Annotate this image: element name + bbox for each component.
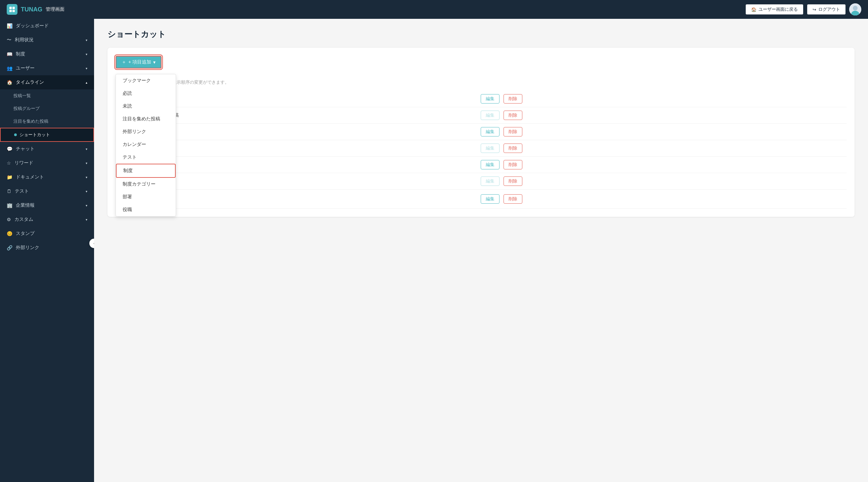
sidebar-item-users[interactable]: 👥 ユーザー ▾ <box>0 61 94 75</box>
add-dropdown-container: ＋ + 項目追加 ▾ ブックマーク 必読 未読 注目を集めた投稿 外部リンク カ… <box>116 56 162 74</box>
edit-button[interactable]: 編集 <box>481 144 499 153</box>
logo-admin-text: 管理画面 <box>46 6 64 12</box>
delete-button[interactable]: 削除 <box>503 194 522 204</box>
logout-label: ログアウト <box>818 6 840 12</box>
svg-point-5 <box>853 6 858 10</box>
dropdown-item-external-link[interactable]: 外部リンク <box>116 125 176 138</box>
dropdown-item-yakushoku[interactable]: 役職 <box>116 203 176 216</box>
add-btn-label: + 項目追加 <box>128 59 151 65</box>
delete-button[interactable]: 削除 <box>503 111 522 120</box>
chevron-down-icon: ▾ <box>86 161 87 165</box>
sidebar-item-stamp[interactable]: 😊 スタンプ <box>0 227 94 241</box>
folder-icon: 📁 <box>7 175 12 180</box>
svg-rect-0 <box>9 7 12 9</box>
sidebar-sub-post-groups[interactable]: 投稿グループ <box>0 102 94 115</box>
logout-button[interactable]: ↪ ログアウト <box>807 4 846 15</box>
active-dot <box>14 133 17 136</box>
home-icon: 🏠 <box>7 80 12 85</box>
row-name: 未読 <box>141 96 473 102</box>
sidebar-item-dashboard[interactable]: 📊 ダッシュボード <box>0 19 94 33</box>
dropdown-item-calendar[interactable]: カレンダー <box>116 138 176 151</box>
sidebar-sub-label: 投稿グループ <box>13 106 40 112</box>
avatar[interactable] <box>849 3 861 16</box>
sidebar-item-label: 利用状況 <box>15 37 34 43</box>
sidebar-sub-posts[interactable]: 投稿一覧 <box>0 89 94 102</box>
edit-button[interactable]: 編集 <box>481 160 499 170</box>
add-dropdown-menu: ブックマーク 必読 未読 注目を集めた投稿 外部リンク カレンダー テスト 制度… <box>116 74 176 216</box>
sidebar-item-custom[interactable]: ⚙ カスタム ▾ <box>0 212 94 227</box>
logout-icon: ↪ <box>813 7 816 12</box>
sidebar-item-system[interactable]: 📖 制度 ▾ <box>0 47 94 61</box>
delete-button[interactable]: 削除 <box>503 94 522 103</box>
sidebar-item-test[interactable]: 🗒 テスト ▾ <box>0 184 94 198</box>
home-icon: 🏠 <box>751 7 756 12</box>
sidebar-item-label: チャット <box>16 146 35 152</box>
header-actions: 🏠 ユーザー画面に戻る ↪ ログアウト <box>745 3 861 16</box>
user-screen-button[interactable]: 🏠 ユーザー画面に戻る <box>745 4 804 15</box>
delete-button[interactable]: 削除 <box>503 177 522 186</box>
svg-rect-3 <box>12 10 15 12</box>
delete-button[interactable]: 削除 <box>503 144 522 153</box>
sidebar-item-timeline[interactable]: 🏠 タイムライン ▴ <box>0 75 94 89</box>
content-card: ＋ + 項目追加 ▾ ブックマーク 必読 未読 注目を集めた投稿 外部リンク カ… <box>107 48 855 217</box>
dropdown-item-required[interactable]: 必読 <box>116 87 176 100</box>
dropdown-item-unread[interactable]: 未読 <box>116 100 176 113</box>
dropdown-item-busho[interactable]: 部署 <box>116 190 176 203</box>
sidebar-item-company[interactable]: 🏢 企業情報 ▾ <box>0 198 94 212</box>
dropdown-item-featured[interactable]: 注目を集めた投稿 <box>116 113 176 125</box>
sidebar-item-label: ダッシュボード <box>16 23 49 29</box>
dropdown-item-seido-cat[interactable]: 制度カテゴリー <box>116 178 176 190</box>
table-row: ⋮⋮ <box>116 189 846 209</box>
hint-text: ドラッグ＆ドロップで項目の表示順序の変更ができます。 <box>116 79 846 85</box>
dropdown-item-test[interactable]: テスト <box>116 151 176 164</box>
dashboard-icon: 📊 <box>7 23 12 29</box>
sidebar-item-label: カスタム <box>14 216 33 222</box>
users-icon: 👥 <box>7 65 12 71</box>
dropdown-arrow-icon: ▾ <box>153 60 156 65</box>
sidebar-item-reward[interactable]: ☆ リワード ▾ <box>0 156 94 170</box>
sidebar-item-chat[interactable]: 💬 チャット ▾ <box>0 142 94 156</box>
edit-button[interactable]: 編集 <box>481 111 499 120</box>
sidebar-item-document[interactable]: 📁 ドキュメント ▾ <box>0 170 94 184</box>
logo-icon <box>7 4 18 15</box>
sidebar-sub-label: ショートカット <box>20 132 50 138</box>
gear-icon: ⚙ <box>7 217 11 222</box>
sidebar-item-label: ドキュメント <box>16 174 44 180</box>
dropdown-item-seido[interactable]: 制度 <box>116 164 176 178</box>
sidebar-item-label: ユーザー <box>16 65 35 71</box>
chat-icon: 💬 <box>7 146 12 152</box>
sidebar-item-label: タイムライン <box>16 79 44 85</box>
edit-button[interactable]: 編集 <box>481 177 499 186</box>
table-row: ⋮⋮ 部署 編集 削除 <box>116 173 846 189</box>
delete-button[interactable]: 削除 <box>503 160 522 170</box>
table-row: ⋮⋮ 未読 編集 削除 <box>116 91 846 107</box>
edit-button[interactable]: 編集 <box>481 194 499 204</box>
table-row: ⋮⋮ カレンダー 編集 削除 <box>116 124 846 140</box>
sidebar-sub-shortcut[interactable]: ショートカット <box>0 128 94 142</box>
chevron-down-icon: ▾ <box>86 66 87 70</box>
table-row: ⋮⋮ テスト 編集 削除 <box>116 140 846 157</box>
layout: 📊 ダッシュボード 〜 利用状況 ▾ 📖 制度 ▾ 👥 ユーザー ▾ 🏠 タイム… <box>0 19 868 482</box>
sidebar-sub-label: 投稿一覧 <box>13 93 31 99</box>
sidebar-item-usage[interactable]: 〜 利用状況 ▾ <box>0 33 94 47</box>
edit-button[interactable]: 編集 <box>481 94 499 103</box>
chevron-down-icon: ▾ <box>86 147 87 151</box>
stamp-icon: 😊 <box>7 231 12 236</box>
add-item-button[interactable]: ＋ + 項目追加 ▾ <box>116 56 162 68</box>
link-icon: 🔗 <box>7 245 12 250</box>
plus-icon: ＋ <box>122 59 126 65</box>
usage-icon: 〜 <box>7 37 11 43</box>
sidebar-item-external[interactable]: 🔗 外部リンク ‹ <box>0 241 94 255</box>
delete-button[interactable]: 削除 <box>503 127 522 137</box>
sidebar-item-label: 企業情報 <box>16 202 35 208</box>
edit-button[interactable]: 編集 <box>481 127 499 137</box>
logo: TUNAG 管理画面 <box>7 4 64 15</box>
shortcut-table: ⋮⋮ 未読 編集 削除 <box>116 91 846 209</box>
svg-rect-1 <box>12 7 15 9</box>
sidebar-item-label: テスト <box>15 188 29 194</box>
sidebar-item-label: スタンプ <box>16 231 35 237</box>
chevron-up-icon: ▴ <box>86 81 87 84</box>
chevron-down-icon: ▾ <box>86 38 87 42</box>
dropdown-item-bookmark[interactable]: ブックマーク <box>116 74 176 87</box>
sidebar-sub-featured[interactable]: 注目を集めた投稿 <box>0 115 94 128</box>
